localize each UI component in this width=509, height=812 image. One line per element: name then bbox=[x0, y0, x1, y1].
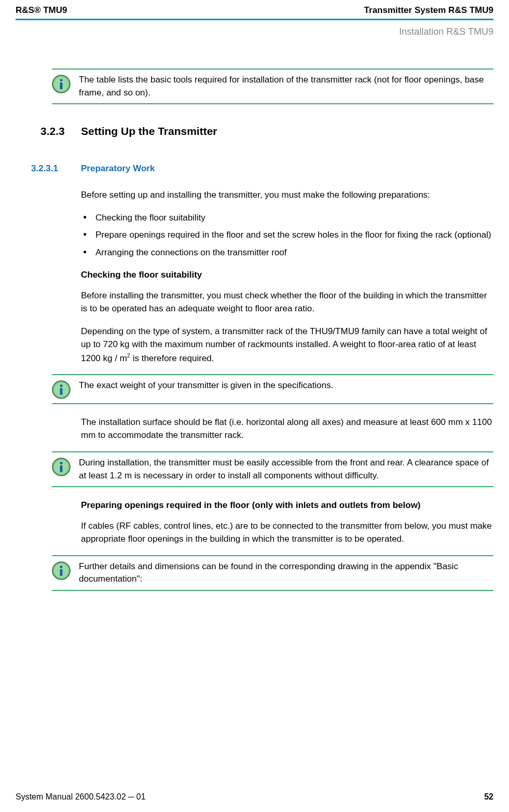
header-left: R&S® TMU9 bbox=[16, 5, 67, 16]
divider bbox=[52, 590, 493, 591]
info-icon bbox=[52, 561, 71, 580]
footer-page-number: 52 bbox=[484, 792, 493, 802]
header-rule bbox=[16, 19, 493, 20]
subheading-title: Preparatory Work bbox=[81, 163, 155, 174]
info-text: The exact weight of your transmitter is … bbox=[79, 379, 333, 392]
paragraph: Before installing the transmitter, you m… bbox=[81, 289, 493, 315]
sub-heading: Checking the floor suitability bbox=[81, 268, 493, 282]
list-item: Prepare openings required in the floor a… bbox=[81, 228, 493, 242]
subheading-number: 3.2.3.1 bbox=[31, 163, 81, 174]
info-note-1: The table lists the basic tools required… bbox=[52, 70, 493, 103]
paragraph: Before setting up and installing the tra… bbox=[81, 188, 493, 202]
sub-heading: Preparing openings required in the floor… bbox=[81, 499, 493, 512]
info-icon bbox=[52, 75, 71, 93]
info-text: The table lists the basic tools required… bbox=[79, 74, 493, 99]
heading-number: 3.2.3 bbox=[40, 125, 81, 137]
info-note-2: The exact weight of your transmitter is … bbox=[52, 375, 493, 403]
info-text: During installation, the transmitter mus… bbox=[79, 457, 493, 482]
info-note-4: Further details and dimensions can be fo… bbox=[52, 556, 493, 590]
info-text: Further details and dimensions can be fo… bbox=[79, 560, 493, 586]
list-item: Arranging the connections on the transmi… bbox=[81, 246, 493, 259]
divider bbox=[52, 103, 493, 104]
heading-title: Setting Up the Transmitter bbox=[81, 125, 217, 137]
info-icon bbox=[52, 380, 71, 399]
info-note-3: During installation, the transmitter mus… bbox=[52, 452, 493, 486]
footer-left: System Manual 2600.5423.02 ─ 01 bbox=[16, 792, 146, 802]
section-tag: Installation R&S TMU9 bbox=[16, 26, 493, 37]
paragraph: Depending on the type of system, a trans… bbox=[81, 325, 493, 365]
paragraph: The installation surface should be flat … bbox=[81, 416, 493, 442]
header-right: Transmitter System R&S TMU9 bbox=[364, 5, 493, 16]
list-item: Checking the floor suitability bbox=[81, 211, 493, 225]
info-icon bbox=[52, 458, 71, 476]
bullet-list: Checking the floor suitability Prepare o… bbox=[81, 211, 493, 259]
paragraph: If cables (RF cables, control lines, etc… bbox=[81, 519, 493, 546]
